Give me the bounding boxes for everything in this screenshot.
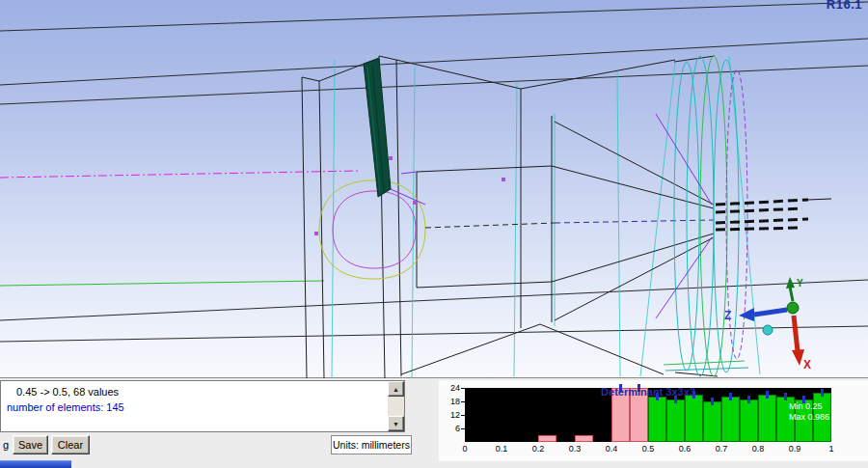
bar-quality-marker-icon — [619, 384, 622, 392]
viewport-3d[interactable]: Z Y X R16.1 — [0, 0, 868, 378]
x-tick-label: 0.2 — [527, 444, 550, 454]
triad-origin-ball — [787, 302, 799, 314]
y-tick-label: 12 — [441, 410, 460, 420]
histogram-bar[interactable] — [721, 397, 740, 442]
bar-quality-marker-icon — [674, 396, 677, 403]
hub-dashed-lines — [716, 200, 808, 230]
x-tick-label: 0 — [453, 444, 476, 454]
wireframe-geometry[interactable]: Z Y X — [0, 0, 868, 378]
x-tick-label: 0.9 — [783, 444, 806, 454]
clear-button[interactable]: Clear — [51, 435, 90, 454]
histogram-bar[interactable] — [630, 388, 648, 442]
taskbar-fragment — [0, 460, 71, 468]
message-line: 0.45 -> 0.5, 68 values — [1, 381, 404, 399]
histogram-bar[interactable] — [538, 435, 556, 442]
bar-quality-marker-icon — [692, 391, 695, 399]
bar-quality-marker-icon — [656, 393, 659, 400]
x-tick-label: 0.7 — [710, 444, 733, 454]
histogram-bar[interactable] — [685, 395, 703, 442]
scroll-down-icon[interactable]: ▼ — [388, 416, 404, 431]
histogram-bar[interactable] — [575, 435, 593, 442]
perspective-lines — [0, 2, 868, 342]
bar-quality-marker-icon — [637, 384, 640, 392]
y-tick-label: 24 — [441, 383, 460, 393]
magenta-centerline — [0, 171, 359, 178]
bar-quality-marker-icon — [711, 398, 714, 405]
histogram-bar[interactable] — [611, 388, 630, 442]
bar-quality-marker-icon — [747, 396, 750, 403]
bar-quality-marker-icon — [784, 393, 787, 400]
triad-cyan-ball — [763, 325, 773, 335]
version-label: R16.1 — [827, 0, 862, 12]
histogram-bar[interactable] — [703, 401, 721, 442]
under-disc-cyan — [665, 368, 748, 371]
histogram-max-label: Max 0.986 — [789, 412, 856, 422]
units-indicator: Units: millimeters — [331, 435, 412, 454]
message-line: number of elements: 145 — [1, 399, 404, 413]
histogram-min-label: Min 0.25 — [789, 401, 856, 411]
bar-quality-marker-icon — [766, 391, 769, 399]
x-tick-label: 0.6 — [673, 444, 696, 454]
hub-thin-line — [808, 199, 831, 200]
histogram-yaxis: 6121824 — [439, 380, 465, 448]
x-tick-label: 0.3 — [563, 444, 586, 454]
histogram-bar[interactable] — [758, 395, 776, 442]
y-axis-label: Y — [797, 278, 803, 289]
log-label-fragment: g — [3, 439, 9, 451]
message-panel: 0.45 -> 0.5, 68 values number of element… — [0, 380, 405, 432]
x-tick-label: 0.1 — [490, 444, 513, 454]
axis-dashed-navy — [555, 220, 714, 223]
nose-profile-outline — [319, 180, 425, 279]
bottom-panel: 0.45 -> 0.5, 68 values number of element… — [0, 378, 868, 468]
bar-quality-marker-icon — [729, 393, 732, 400]
x-tick-label: 1 — [820, 444, 843, 454]
x-tick-label: 0.5 — [637, 444, 660, 454]
histogram-bar[interactable] — [740, 399, 758, 442]
axis-dashed-black — [425, 223, 555, 228]
vertex-dots — [314, 156, 505, 235]
green-guide-line — [0, 281, 324, 286]
message-scrollbar[interactable]: ▲ ▼ — [388, 381, 404, 431]
x-tick-label: 0.4 — [600, 444, 623, 454]
nose-inner-outline — [333, 191, 416, 268]
save-button[interactable]: Save — [13, 435, 48, 454]
histogram-bar[interactable] — [648, 397, 666, 442]
under-disc-green — [664, 361, 745, 365]
x-axis-label: X — [803, 358, 811, 372]
y-axis-arrow-icon — [786, 277, 795, 289]
bar-quality-marker-icon — [821, 389, 824, 397]
scroll-up-icon[interactable]: ▲ — [388, 381, 404, 397]
histogram-plot[interactable] — [465, 388, 831, 442]
z-axis-label: Z — [724, 309, 731, 322]
y-tick-label: 18 — [441, 397, 460, 406]
histogram-xaxis: 00.10.20.30.40.50.60.70.80.91 — [439, 444, 868, 455]
z-axis-arrow-icon — [739, 308, 754, 321]
histogram-bar[interactable] — [666, 399, 685, 442]
y-tick-label: 6 — [441, 424, 460, 433]
blade-surface — [364, 59, 391, 197]
histogram-panel: 6121824 Determinant 3x3x3 Min 0.25 Max 0… — [439, 380, 868, 461]
x-tick-label: 0.8 — [746, 444, 770, 454]
